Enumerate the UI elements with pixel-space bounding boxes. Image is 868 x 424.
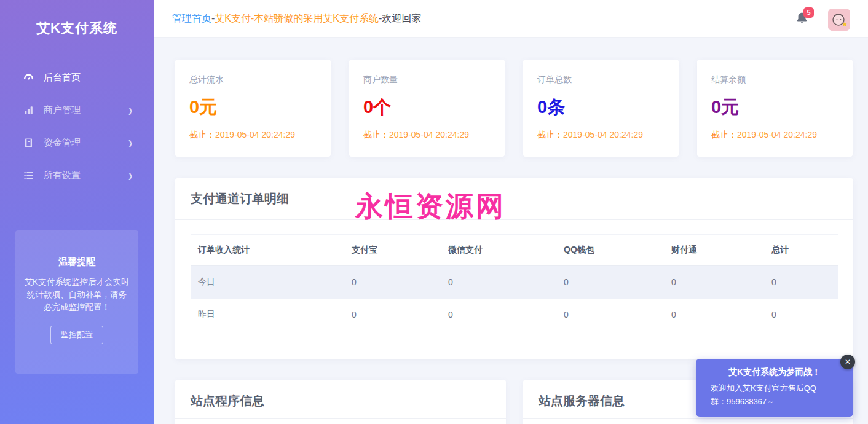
sidebar-menu: 后台首页 商户管理 ❯ 资金管理 ❯ 所有设置 ❯ bbox=[0, 61, 154, 192]
cell-value: 0 bbox=[344, 266, 441, 299]
orders-table: 订单收入统计 支付宝 微信支付 QQ钱包 财付通 总计 今日 0 0 0 0 0 bbox=[191, 234, 838, 331]
sidebar-item-label: 商户管理 bbox=[44, 104, 81, 116]
stat-footer: 截止：2019-05-04 20:24:29 bbox=[537, 130, 643, 141]
cutoff-label: 截止： bbox=[189, 130, 215, 139]
orders-table-wrap: 订单收入统计 支付宝 微信支付 QQ钱包 财付通 总计 今日 0 0 0 0 0 bbox=[191, 234, 838, 331]
user-avatar[interactable] bbox=[828, 9, 850, 31]
stat-footer: 截止：2019-05-04 20:24:29 bbox=[711, 130, 817, 141]
toast-body-line2: 群：959638367～ bbox=[711, 396, 838, 407]
orders-section-title: 支付通道订单明细 bbox=[191, 190, 289, 207]
stat-card-merchant-count: 商户数量 0个 截止：2019-05-04 20:24:29 bbox=[349, 60, 505, 157]
site-program-info-card: 站点程序信息 bbox=[175, 380, 506, 424]
reminder-panel: 温馨提醒 艾K支付系统监控后才会实时统计款项、自动补单，请务必完成监控配置！ 监… bbox=[15, 230, 138, 374]
cell-value: 0 bbox=[764, 299, 838, 331]
sidebar-item-merchants[interactable]: 商户管理 ❯ bbox=[0, 94, 154, 127]
table-row-yesterday: 昨日 0 0 0 0 0 bbox=[191, 299, 838, 331]
stat-footer: 截止：2019-05-04 20:24:29 bbox=[189, 130, 295, 141]
app-title: 艾K支付系统 bbox=[0, 0, 154, 37]
toast-title: 艾K支付系统为梦而战！ bbox=[696, 367, 853, 378]
sidebar: 艾K支付系统 后台首页 商户管理 ❯ 资金管理 ❯ 所有设置 bbox=[0, 0, 154, 424]
col-header: 订单收入统计 bbox=[191, 235, 344, 266]
sidebar-item-label: 所有设置 bbox=[44, 170, 81, 181]
cell-value: 0 bbox=[664, 299, 764, 331]
stat-label: 总计流水 bbox=[189, 74, 224, 85]
list-icon bbox=[23, 170, 34, 181]
close-icon[interactable]: ✕ bbox=[840, 355, 855, 369]
monitor-config-button[interactable]: 监控配置 bbox=[50, 326, 103, 344]
cell-value: 0 bbox=[556, 299, 664, 331]
stat-value: 0条 bbox=[537, 95, 565, 120]
stat-label: 商户数量 bbox=[363, 74, 398, 85]
breadcrumb: 管理首页-艾K支付-本站骄傲的采用艾K支付系统-欢迎回家 bbox=[172, 12, 421, 25]
table-row-today: 今日 0 0 0 0 0 bbox=[191, 266, 838, 299]
cutoff-label: 截止： bbox=[537, 130, 563, 139]
payment-channel-orders-card: 支付通道订单明细 订单收入统计 支付宝 微信支付 QQ钱包 财付通 总计 今日 … bbox=[175, 178, 853, 359]
cell-value: 0 bbox=[664, 266, 764, 299]
sidebar-item-label: 后台首页 bbox=[44, 72, 81, 84]
cutoff-label: 截止： bbox=[363, 130, 389, 139]
stat-card-order-total: 订单总数 0条 截止：2019-05-04 20:24:29 bbox=[523, 60, 679, 157]
stat-value: 0元 bbox=[711, 95, 739, 120]
col-header: 总计 bbox=[764, 235, 838, 266]
cutoff-time: 2019-05-04 20:24:29 bbox=[737, 130, 817, 139]
col-header: 微信支付 bbox=[441, 235, 556, 266]
stat-value: 0元 bbox=[189, 95, 217, 120]
orders-table-header-row: 订单收入统计 支付宝 微信支付 QQ钱包 财付通 总计 bbox=[191, 235, 838, 266]
col-header: QQ钱包 bbox=[556, 235, 664, 266]
cutoff-time: 2019-05-04 20:24:29 bbox=[389, 130, 469, 139]
chevron-right-icon: ❯ bbox=[128, 171, 133, 180]
chevron-right-icon: ❯ bbox=[128, 106, 133, 115]
document-icon bbox=[23, 137, 34, 149]
divider bbox=[523, 418, 853, 419]
cutoff-label: 截止： bbox=[711, 130, 737, 139]
bar-chart-icon bbox=[23, 104, 34, 116]
col-header: 财付通 bbox=[664, 235, 764, 266]
avatar-image bbox=[828, 9, 850, 31]
cell-value: 0 bbox=[556, 266, 664, 299]
stat-card-settle-balance: 结算余额 0元 截止：2019-05-04 20:24:29 bbox=[697, 60, 853, 157]
toast-body-line1: 欢迎加入艾K支付官方售后QQ bbox=[711, 382, 838, 394]
divider bbox=[175, 418, 506, 419]
stat-footer: 截止：2019-05-04 20:24:29 bbox=[363, 130, 469, 141]
divider bbox=[175, 219, 853, 220]
chevron-right-icon: ❯ bbox=[128, 139, 133, 147]
qq-group-toast: 艾K支付系统为梦而战！ 欢迎加入艾K支付官方售后QQ 群：959638367～ bbox=[696, 359, 853, 417]
dashboard-icon bbox=[23, 72, 34, 84]
cell-value: 0 bbox=[764, 266, 838, 299]
notifications-button[interactable]: 5 bbox=[795, 10, 811, 29]
sidebar-item-dashboard[interactable]: 后台首页 bbox=[0, 61, 154, 94]
cell-value: 0 bbox=[441, 299, 556, 331]
cell-value: 0 bbox=[344, 299, 441, 331]
reminder-title: 温馨提醒 bbox=[15, 256, 138, 268]
cutoff-time: 2019-05-04 20:24:29 bbox=[215, 130, 295, 139]
sidebar-item-funds[interactable]: 资金管理 ❯ bbox=[0, 127, 154, 159]
cutoff-time: 2019-05-04 20:24:29 bbox=[563, 130, 643, 139]
stat-card-total-flow: 总计流水 0元 截止：2019-05-04 20:24:29 bbox=[175, 60, 331, 157]
breadcrumb-home-link[interactable]: 管理首页 bbox=[172, 13, 211, 23]
sidebar-item-label: 资金管理 bbox=[44, 137, 81, 149]
stat-value: 0个 bbox=[363, 95, 391, 120]
stat-label: 结算余额 bbox=[711, 74, 746, 85]
site-server-info-title: 站点服务器信息 bbox=[539, 393, 625, 409]
stat-label: 订单总数 bbox=[537, 74, 572, 85]
breadcrumb-site-name: 艾K支付-本站骄傲的采用艾K支付系统 bbox=[215, 13, 379, 23]
reminder-body: 艾K支付系统监控后才会实时统计款项、自动补单，请务必完成监控配置！ bbox=[23, 276, 130, 314]
cell-value: 0 bbox=[441, 266, 556, 299]
row-label: 今日 bbox=[191, 266, 344, 299]
notification-count-badge: 5 bbox=[803, 7, 814, 18]
breadcrumb-welcome: -欢迎回家 bbox=[379, 13, 421, 23]
sidebar-item-settings[interactable]: 所有设置 ❯ bbox=[0, 159, 154, 192]
col-header: 支付宝 bbox=[344, 235, 441, 266]
site-program-info-title: 站点程序信息 bbox=[191, 393, 264, 409]
row-label: 昨日 bbox=[191, 299, 344, 331]
